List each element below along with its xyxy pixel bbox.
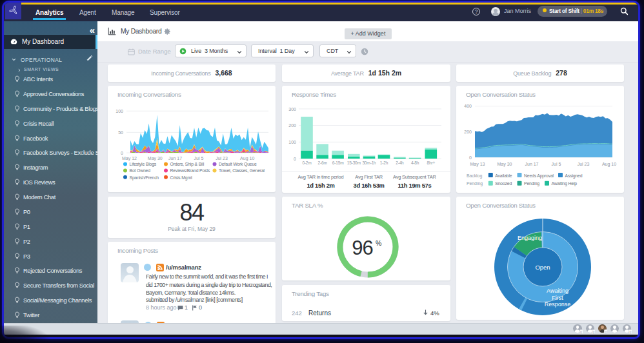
- svg-text:Avg TAR in time period: Avg TAR in time period: [298, 174, 344, 180]
- svg-text:96: 96: [352, 236, 372, 259]
- svg-text:30m-1h: 30m-1h: [362, 161, 376, 165]
- svg-text:Jun 17: Jun 17: [168, 156, 182, 161]
- svg-text:6-15m: 6-15m: [332, 161, 344, 165]
- svg-text:Aug 10: Aug 10: [240, 156, 254, 161]
- svg-text:11h 19m 57s: 11h 19m 57s: [397, 182, 431, 189]
- svg-text:First: First: [552, 295, 563, 301]
- svg-text:2-4h: 2-4h: [396, 161, 404, 165]
- svg-text:Needs Approval: Needs Approval: [524, 173, 554, 179]
- svg-text:50: 50: [118, 130, 123, 135]
- svg-text:Avg Subsequent TAR: Avg Subsequent TAR: [393, 174, 436, 180]
- svg-text:Spanish/French: Spanish/French: [130, 175, 159, 181]
- svg-text:May 13: May 13: [470, 162, 485, 167]
- svg-text:Available: Available: [495, 173, 512, 178]
- svg-text:1d 15h 2m: 1d 15h 2m: [307, 182, 334, 189]
- svg-text:0: 0: [121, 151, 123, 155]
- svg-text:Response: Response: [545, 301, 571, 308]
- svg-text:Orders, Ship & Bill: Orders, Ship & Bill: [170, 162, 205, 167]
- svg-text:May 30: May 30: [498, 162, 512, 167]
- svg-text:Pending: Pending: [467, 181, 483, 186]
- svg-text:May 12: May 12: [122, 156, 137, 161]
- svg-text:200: 200: [288, 123, 296, 128]
- svg-text:Reviews/Brand Posts: Reviews/Brand Posts: [170, 168, 210, 173]
- svg-text:3d 16h 53m: 3d 16h 53m: [354, 182, 385, 189]
- svg-text:100: 100: [116, 109, 123, 113]
- svg-text:%: %: [376, 239, 381, 247]
- svg-text:Backlog: Backlog: [467, 173, 482, 179]
- svg-text:Travel, Classes, General: Travel, Classes, General: [219, 168, 265, 173]
- svg-text:2-6m: 2-6m: [317, 161, 327, 165]
- svg-text:100: 100: [288, 140, 296, 144]
- svg-text:Avg First TAR: Avg First TAR: [355, 174, 383, 180]
- svg-text:400: 400: [464, 104, 472, 108]
- svg-text:Snoozed: Snoozed: [495, 181, 512, 186]
- svg-text:Jul 5: Jul 5: [194, 156, 204, 161]
- svg-text:Default Work Queue: Default Work Queue: [219, 162, 257, 167]
- svg-text:Assigned: Assigned: [565, 173, 583, 179]
- svg-text:1-2h: 1-2h: [380, 161, 388, 165]
- svg-text:Bot Owned: Bot Owned: [130, 168, 151, 173]
- svg-text:0-2m: 0-2m: [302, 161, 312, 165]
- svg-text:Engaging: Engaging: [518, 235, 542, 241]
- svg-text:Awaiting Help: Awaiting Help: [552, 181, 578, 186]
- svg-text:Jul 5: Jul 5: [552, 162, 561, 166]
- svg-text:Aug 10: Aug 10: [602, 162, 616, 167]
- svg-text:Pending: Pending: [524, 181, 539, 186]
- svg-text:Jun 17: Jun 17: [525, 162, 538, 166]
- svg-text:0: 0: [469, 155, 472, 160]
- svg-text:15-30m: 15-30m: [347, 161, 361, 165]
- svg-text:May 30: May 30: [148, 156, 163, 161]
- svg-text:Open: Open: [535, 264, 550, 271]
- svg-text:Awaiting: Awaiting: [547, 288, 569, 294]
- svg-text:4-8h: 4-8h: [411, 161, 419, 165]
- svg-text:Crisis Mgmt: Crisis Mgmt: [170, 175, 192, 181]
- svg-text:Jul 23: Jul 23: [578, 162, 590, 166]
- svg-text:8hr+: 8hr+: [427, 161, 436, 165]
- svg-text:0: 0: [294, 157, 296, 161]
- svg-text:300: 300: [288, 107, 296, 112]
- svg-text:Jul 23: Jul 23: [216, 156, 228, 161]
- svg-text:200: 200: [464, 130, 472, 134]
- svg-text:Lifestyle Blogs: Lifestyle Blogs: [130, 162, 157, 167]
